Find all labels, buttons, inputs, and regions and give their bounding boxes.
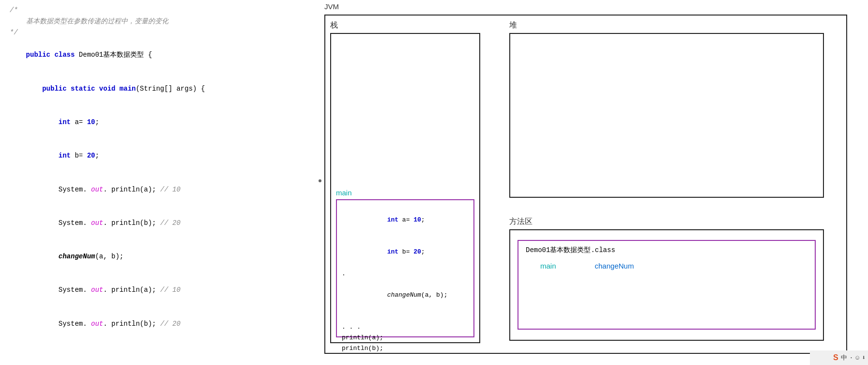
method-changenum-label: changeNum [595,262,634,270]
method-section: 方法区 Demo01基本数据类型.class main changeNum [509,217,834,345]
stack-box: main int a= 10; int b= 20; . changeNum(a… [330,33,480,343]
taskbar-dot: · [850,354,853,362]
comment-line-2: 基本数据类型在参数传递的过程中，变量的变化 [10,16,305,27]
stack-line-8: println(b); [342,343,469,354]
method-class-line: Demo01基本数据类型.class [526,246,807,254]
code-panel: /* 基本数据类型在参数传递的过程中，变量的变化 */ public class… [0,0,315,365]
close-main: } [10,352,305,365]
method-main-label: main [540,262,556,270]
stack-line-1: int a= 10; [342,204,469,236]
int-a-line: int a= 10; [10,106,305,139]
method-box: Demo01基本数据类型.class main changeNum [509,229,824,341]
heap-section: 堆 [509,20,834,205]
comment-line-3: */ [10,27,305,38]
println-a2: System. out. println(a); // 10 [10,273,305,307]
changenum-call: changeNum(a, b); [10,240,305,273]
jvm-panel: JVM 栈 main int a= 10; int b= 20; . [324,2,857,359]
stack-label: 栈 [330,20,490,31]
main-method-decl: public static void main(String[] args) { [10,72,305,106]
taskbar-s-icon: S [833,353,838,362]
method-methods: main changeNum [526,262,807,270]
comment-line-1: /* [10,5,305,16]
stack-line-5 [342,311,469,322]
class-decl: public class Demo01基本数据类型 { [10,38,305,72]
jvm-outer-box: 栈 main int a= 10; int b= 20; . changeNu [324,15,847,354]
taskbar: S 中 · ☺ ⬇ [810,350,868,365]
stack-line-7: println(a); [342,333,469,343]
divider-dot [319,179,321,182]
main-stack-label: main [336,189,352,197]
heap-label: 堆 [509,20,834,31]
println-b2: System. out. println(b); // 20 [10,307,305,341]
taskbar-arrow: ⬇ [862,354,866,362]
println-a1: System. out. println(a); // 10 [10,173,305,206]
taskbar-text-1: 中 [841,353,847,362]
taskbar-smiley: ☺ [855,354,859,362]
int-b-line: int b= 20; [10,139,305,173]
stack-line-6: . . . [342,322,469,333]
stack-inner-box: int a= 10; int b= 20; . changeNum(a, b);… [336,199,474,337]
println-b1: System. out. println(b); // 20 [10,206,305,240]
stack-section: 栈 main int a= 10; int b= 20; . changeNu [330,20,490,345]
jvm-title: JVM [324,2,857,11]
blank-line-1 [10,341,305,352]
stack-line-2: int b= 20; [342,236,469,268]
heap-box [509,33,824,198]
stack-line-3: . [342,269,469,279]
method-inner-box: Demo01基本数据类型.class main changeNum [518,240,816,330]
method-area-label: 方法区 [509,217,834,227]
stack-line-4: changeNum(a, b); [342,279,469,311]
